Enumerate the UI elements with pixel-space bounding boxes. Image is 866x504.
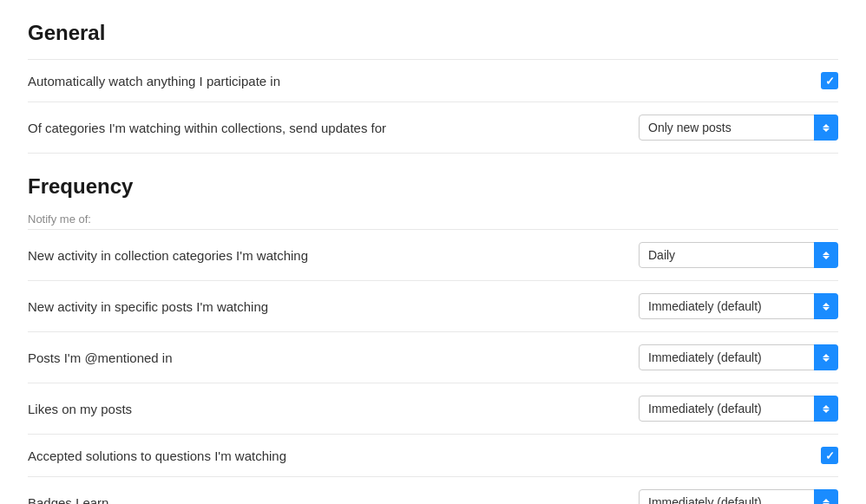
setting-row: Accepted solutions to questions I'm watc… xyxy=(28,434,838,476)
collection-categories-select-wrapper: NeverDailyWeeklyImmediately (default) xyxy=(639,242,838,268)
notify-label: Notify me of: xyxy=(28,213,838,226)
setting-control: NeverDailyWeeklyImmediately (default) xyxy=(639,293,838,319)
setting-label: Likes on my posts xyxy=(28,402,132,416)
setting-row: New activity in specific posts I'm watch… xyxy=(28,280,838,331)
setting-row: Posts I'm @mentioned inNeverDailyWeeklyI… xyxy=(28,331,838,383)
setting-control: NeverDailyWeeklyImmediately (default) xyxy=(639,489,838,504)
setting-control: NeverDailyWeeklyImmediately (default) xyxy=(639,396,838,422)
specific-posts-select[interactable]: NeverDailyWeeklyImmediately (default) xyxy=(639,293,838,319)
general-title: General xyxy=(28,21,838,45)
frequency-rows: New activity in collection categories I'… xyxy=(28,229,838,504)
setting-row: Likes on my postsNeverDailyWeeklyImmedia… xyxy=(28,383,838,434)
mentioned-select-wrapper: NeverDailyWeeklyImmediately (default) xyxy=(639,344,838,370)
setting-control: NeverDailyWeeklyImmediately (default) xyxy=(639,344,838,370)
setting-control xyxy=(821,447,838,464)
setting-row: New activity in collection categories I'… xyxy=(28,229,838,280)
frequency-section: Frequency Notify me of: New activity in … xyxy=(28,174,838,504)
setting-control: Only new postsEverythingNever xyxy=(639,115,838,141)
setting-row: Of categories I'm watching within collec… xyxy=(28,101,838,154)
general-section: General Automatically watch anything I p… xyxy=(28,21,838,154)
setting-label: New activity in collection categories I'… xyxy=(28,248,308,263)
categories-watch-select[interactable]: Only new postsEverythingNever xyxy=(639,115,838,141)
frequency-title: Frequency xyxy=(28,174,838,199)
setting-label: Posts I'm @mentioned in xyxy=(28,350,173,365)
setting-label: Of categories I'm watching within collec… xyxy=(28,121,386,135)
mentioned-select[interactable]: NeverDailyWeeklyImmediately (default) xyxy=(639,344,838,370)
likes-select[interactable]: NeverDailyWeeklyImmediately (default) xyxy=(639,396,838,422)
accepted-solutions-checkbox[interactable] xyxy=(821,447,838,464)
badges-select[interactable]: NeverDailyWeeklyImmediately (default) xyxy=(639,489,838,504)
setting-control xyxy=(821,72,838,89)
badges-select-wrapper: NeverDailyWeeklyImmediately (default) xyxy=(639,489,838,504)
categories-watch-select-wrapper: Only new postsEverythingNever xyxy=(639,115,838,141)
setting-label: Automatically watch anything I participa… xyxy=(28,74,280,88)
likes-select-wrapper: NeverDailyWeeklyImmediately (default) xyxy=(639,396,838,422)
setting-control: NeverDailyWeeklyImmediately (default) xyxy=(639,242,838,268)
setting-row: Automatically watch anything I participa… xyxy=(28,59,838,101)
general-rows: Automatically watch anything I participa… xyxy=(28,59,838,154)
setting-label: Accepted solutions to questions I'm watc… xyxy=(28,448,286,463)
setting-row: Badges I earnNeverDailyWeeklyImmediately… xyxy=(28,476,838,504)
setting-label: New activity in specific posts I'm watch… xyxy=(28,299,268,314)
setting-label: Badges I earn xyxy=(28,495,108,505)
collection-categories-select[interactable]: NeverDailyWeeklyImmediately (default) xyxy=(639,242,838,268)
specific-posts-select-wrapper: NeverDailyWeeklyImmediately (default) xyxy=(639,293,838,319)
auto-watch-checkbox[interactable] xyxy=(821,72,838,89)
